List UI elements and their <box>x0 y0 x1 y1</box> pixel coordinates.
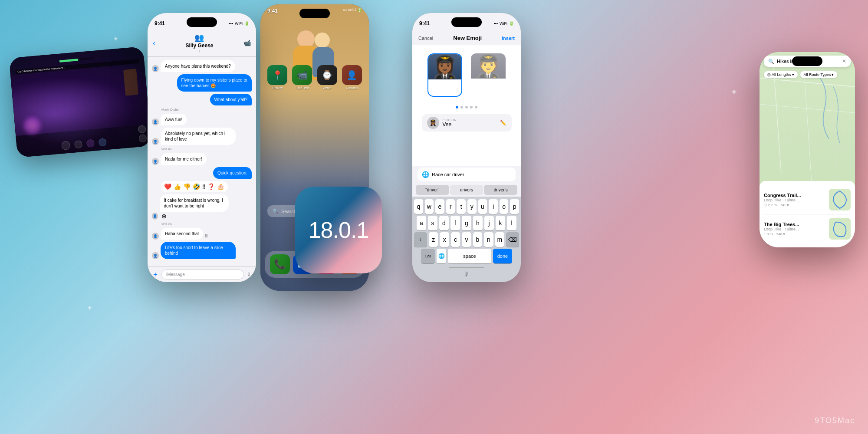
main-scene: ✦ ✦ ✦ Can't believe that was in the monu… <box>0 0 868 434</box>
msg-row-3: What about y'all? <box>152 94 252 105</box>
emoji-page-dots <box>456 106 477 108</box>
key-delete[interactable]: ⌫ <box>506 232 519 247</box>
dynamic-island-maps <box>792 56 822 66</box>
dynamic-island-messages <box>187 17 217 27</box>
emoji-figures: 👩🏾‍✈️ 🧑‍✈️ <box>427 53 506 97</box>
autocomplete-2[interactable]: drivers <box>450 185 483 195</box>
contact-subtitle: ↓ <box>185 49 213 53</box>
sender-will: Will Xu <box>161 147 252 151</box>
filter-length[interactable]: ◎ All Lengths ▾ <box>764 71 798 78</box>
avatar-5: 👤 <box>152 138 159 145</box>
key-v[interactable]: v <box>462 232 471 247</box>
app-watch[interactable]: ⌚ Watch <box>317 65 337 89</box>
keyboard-mic-icon[interactable]: 🎙 <box>464 271 470 278</box>
svg-rect-6 <box>829 189 851 210</box>
dot-4 <box>470 106 473 108</box>
insert-button[interactable]: Insert <box>502 36 515 41</box>
messages-screen: 9:41 ▪▪▪ WiFi 🔋 ‹ 👥 Silly Geese ↓ 📹 <box>148 13 256 282</box>
key-l[interactable]: l <box>507 216 516 230</box>
autocomplete-3[interactable]: driver's <box>484 185 517 195</box>
dock-phone[interactable]: 📞 <box>270 254 290 274</box>
key-done[interactable]: done <box>493 249 512 263</box>
reaction-bar: ❤️ 👍 👎 🤣 ‼️ ❓ 🎂 <box>161 181 228 192</box>
avatar-4: 👤 <box>152 118 159 125</box>
avatar-1: 👤 <box>152 65 159 72</box>
cancel-button[interactable]: Cancel <box>418 36 433 41</box>
emoji-person-2: 🧑‍✈️ <box>471 53 506 79</box>
add-reaction[interactable]: ⊕ <box>161 213 252 220</box>
key-h[interactable]: h <box>473 216 483 230</box>
key-d[interactable]: d <box>439 216 449 230</box>
emoji-alternate[interactable]: 🧑‍✈️ <box>471 53 506 97</box>
key-k[interactable]: k <box>496 216 505 230</box>
key-r[interactable]: r <box>446 199 455 214</box>
avatar-10: 👤 <box>152 252 159 259</box>
app-contacts[interactable]: 👤 Contacts <box>342 65 362 89</box>
key-u[interactable]: u <box>478 199 487 214</box>
key-j[interactable]: j <box>484 216 494 230</box>
key-b[interactable]: b <box>473 232 482 247</box>
messages-input-bar[interactable]: ＋ iMessage 🎙 <box>148 266 256 282</box>
messages-header: ‹ 👥 Silly Geese ↓ 📹 <box>148 30 256 57</box>
filter-route-type[interactable]: All Route Types ▾ <box>800 71 838 78</box>
tablet-screen: Can't believe that was in the monument..… <box>9 46 152 158</box>
game-background: Can't believe that was in the monument..… <box>9 46 152 158</box>
key-y[interactable]: y <box>467 199 477 214</box>
maps-results: Congress Trail... Loop Hike · Tulare... … <box>760 181 855 247</box>
key-x[interactable]: x <box>440 232 449 247</box>
key-a[interactable]: a <box>417 216 426 230</box>
trail-2-map <box>829 218 851 240</box>
game-overlay <box>9 46 152 158</box>
emoji-selected[interactable]: 👩🏾‍✈️ <box>427 53 462 97</box>
key-o[interactable]: o <box>500 199 509 214</box>
key-w[interactable]: w <box>425 199 434 214</box>
add-button[interactable]: ＋ <box>152 270 159 279</box>
dot-3 <box>465 106 468 108</box>
msg-row-7: Quick question: <box>152 167 252 179</box>
sender-will-2: Will Xu <box>161 222 252 226</box>
trail-2-svg <box>829 218 851 240</box>
emoji-time: 9:41 <box>419 20 430 26</box>
back-button[interactable]: ‹ <box>153 39 155 48</box>
maps-clear-button[interactable]: ✕ <box>842 58 846 64</box>
person-type: PERSON <box>443 118 496 122</box>
msg-bubble-9: Haha second that <box>161 228 203 240</box>
msg-bubble-10: Life's too short to leave a slice behind <box>161 242 236 259</box>
key-t[interactable]: t <box>457 199 466 214</box>
key-i[interactable]: i <box>489 199 498 214</box>
key-f[interactable]: f <box>450 216 460 230</box>
trail-1-name: Congress Trail... <box>764 193 825 198</box>
game-tablet: Can't believe that was in the monument..… <box>9 46 152 158</box>
edit-icon[interactable]: ✏️ <box>500 120 506 126</box>
key-globe[interactable]: 🌐 <box>437 249 446 263</box>
trail-item-1[interactable]: Congress Trail... Loop Hike · Tulare... … <box>764 185 851 214</box>
app-findmy[interactable]: 📍 Find My <box>267 65 287 89</box>
svg-line-5 <box>760 139 855 148</box>
key-space[interactable]: space <box>448 249 491 263</box>
emoji-phone: 9:41 ▪▪▪ WiFi 🔋 Cancel New Emoji Insert <box>412 13 521 282</box>
key-z[interactable]: z <box>429 232 438 247</box>
key-e[interactable]: e <box>435 199 444 214</box>
sender-mark: Mark Disler <box>161 108 252 112</box>
key-n[interactable]: n <box>484 232 493 247</box>
key-g[interactable]: g <box>462 216 471 230</box>
key-s[interactable]: s <box>428 216 437 230</box>
msg-bubble-7: Quick question: <box>213 167 252 179</box>
trail-2-type: Loop Hike · Tulare... <box>764 227 825 231</box>
message-input[interactable]: iMessage <box>161 270 244 279</box>
text-input-area[interactable]: 🌐 Race car driver <box>418 168 516 181</box>
key-c[interactable]: c <box>451 232 460 247</box>
trail-1-type: Loop Hike · Tulare... <box>764 198 825 202</box>
video-button[interactable]: 📹 <box>243 39 251 46</box>
trail-item-2[interactable]: The Big Trees... Loop Hike · Tulare... 1… <box>764 214 851 243</box>
key-q[interactable]: q <box>414 199 423 214</box>
key-numbers[interactable]: 123 <box>421 249 435 263</box>
person-name: Vee <box>443 122 496 128</box>
maps-filters: ◎ All Lengths ▾ All Route Types ▾ <box>760 69 855 80</box>
autocomplete-1[interactable]: "driver" <box>416 185 449 195</box>
mic-icon[interactable]: 🎙 <box>247 272 252 278</box>
key-shift[interactable]: ⇧ <box>414 232 427 247</box>
app-facetime[interactable]: 📹 FaceTime <box>292 65 312 89</box>
key-m[interactable]: m <box>495 232 504 247</box>
key-p[interactable]: p <box>510 199 519 214</box>
